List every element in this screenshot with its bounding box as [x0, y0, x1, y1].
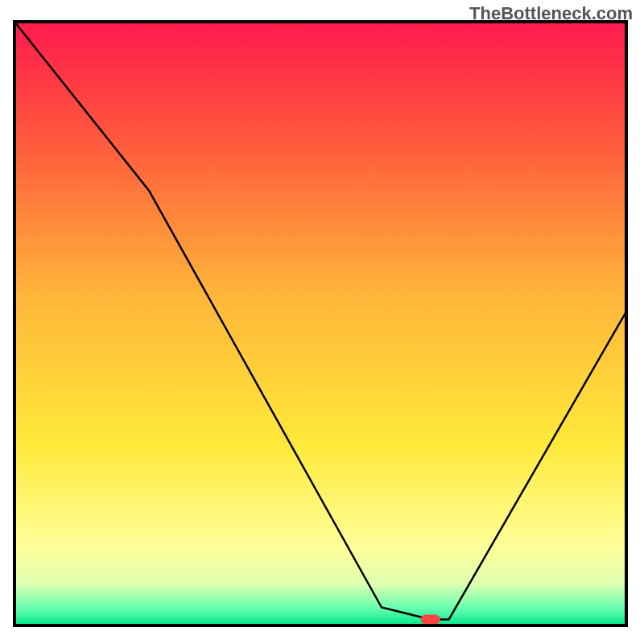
chart-svg	[0, 0, 644, 644]
chart-container: TheBottleneck.com	[0, 0, 644, 644]
gradient-background	[14, 22, 626, 625]
watermark-text: TheBottleneck.com	[469, 3, 633, 24]
optimal-marker	[421, 615, 440, 625]
